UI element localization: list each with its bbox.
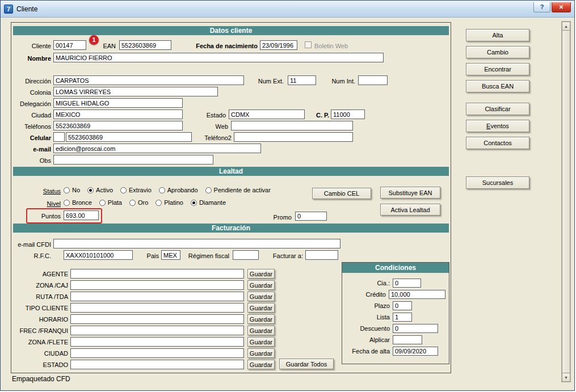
cond-label: Crédito [342, 291, 386, 298]
scrollbar-thumb[interactable] [562, 31, 570, 373]
condiciones-header: Condiciones [342, 263, 449, 273]
condiciones-rows: Cia.:CréditoPlazoListaDescuentoAlplicarF… [342, 273, 449, 357]
fact-row-label: FREC /FRANQUI [11, 327, 68, 334]
side-button-contactos[interactable]: Contactos [466, 137, 529, 149]
scroll-down-icon: ▼ [564, 376, 568, 380]
side-button-encontrar[interactable]: Encontrar [466, 63, 529, 75]
guardar-button[interactable]: Guardar [247, 360, 275, 369]
scroll-up-icon: ▲ [564, 24, 568, 28]
guardar-todos-button[interactable]: Guardar Todos [279, 359, 334, 369]
fact-row-label: ESTADO [11, 361, 68, 368]
fact-row-input[interactable] [70, 314, 244, 324]
cond-input[interactable] [393, 324, 438, 333]
side-buttons: AltaCambioEncontrarBusca EANClasificarEv… [466, 29, 529, 193]
help-icon: ? [540, 3, 544, 10]
fact-row-input[interactable] [70, 280, 244, 290]
cond-label: Plazo [342, 302, 390, 309]
fact-row-input[interactable] [70, 269, 244, 279]
cond-input[interactable] [393, 347, 438, 356]
guardar-button[interactable]: Guardar [247, 280, 275, 290]
cond-row-alplicar: Alplicar [342, 334, 445, 345]
cond-input[interactable] [393, 335, 422, 344]
cond-row-crédito: Crédito [342, 289, 445, 300]
side-button-eventos[interactable]: Eventos [466, 120, 529, 132]
fact-row-label: AGENTE [11, 271, 68, 277]
fact-row-input[interactable] [70, 303, 244, 313]
close-icon: ✕ [559, 4, 564, 10]
guardar-button[interactable]: Guardar [247, 292, 275, 301]
titlebar-buttons: ? ✕ [533, 2, 571, 12]
condiciones-box: Condiciones Cia.:CréditoPlazoListaDescue… [342, 262, 449, 364]
guardar-button[interactable]: Guardar [247, 348, 275, 358]
cond-input[interactable] [393, 279, 421, 288]
cond-row-fecha-de-alta: Fecha de alta [342, 345, 445, 357]
cliente-window: 7 Cliente ? ✕ Datos cliente Cliente 1 EA… [0, 0, 575, 391]
main-panel: Datos cliente Cliente 1 EAN Fecha de nac… [11, 22, 451, 373]
side-button-busca-ean[interactable]: Busca EAN [466, 80, 529, 92]
guardar-button[interactable]: Guardar [247, 314, 275, 324]
side-button-cambio[interactable]: Cambio [466, 46, 529, 58]
app-icon: 7 [4, 5, 13, 14]
side-button-alta[interactable]: Alta [466, 29, 529, 41]
guardar-button[interactable]: Guardar [247, 326, 275, 335]
fact-row-label: CIUDAD [11, 350, 68, 357]
cond-row-cia: Cia.: [342, 277, 445, 289]
window-title: Cliente [16, 5, 37, 13]
vertical-scrollbar[interactable]: ▲ ▼ [561, 21, 571, 382]
scroll-up-button[interactable]: ▲ [562, 22, 570, 31]
cond-label: Fecha de alta [342, 348, 390, 355]
fact-row-input[interactable] [70, 360, 244, 369]
fact-row-label: ZONA /CAJ [11, 282, 68, 289]
status-text: Empaquetado CFD [12, 375, 70, 383]
fact-row-label: HORARIO [11, 316, 68, 323]
cond-label: Lista [342, 314, 390, 321]
cond-input[interactable] [393, 301, 412, 310]
fact-row-input[interactable] [70, 337, 244, 347]
fact-row-label: RUTA /TDA [11, 293, 68, 300]
guardar-button[interactable]: Guardar [247, 269, 275, 279]
cond-label: Descuento [342, 325, 390, 332]
help-button[interactable]: ? [533, 2, 550, 12]
cond-row-lista: Lista [342, 311, 445, 323]
close-button[interactable]: ✕ [552, 2, 571, 12]
cond-input[interactable] [393, 313, 412, 322]
titlebar[interactable]: 7 Cliente ? ✕ [1, 1, 574, 18]
cond-input[interactable] [389, 290, 445, 299]
cond-label: Alplicar [342, 336, 390, 343]
fact-row-label: ZONA /FLETE [11, 339, 68, 345]
side-button-clasificar[interactable]: Clasificar [466, 103, 529, 115]
fact-row-input[interactable] [70, 348, 244, 358]
guardar-button[interactable]: Guardar [247, 303, 275, 313]
cond-row-descuento: Descuento [342, 323, 445, 334]
side-button-sucursales[interactable]: Sucursales [466, 176, 529, 189]
fact-row-label: TIPO CLIENTE [11, 305, 68, 311]
scroll-down-button[interactable]: ▼ [562, 373, 570, 382]
fact-row-input[interactable] [70, 292, 244, 301]
cond-label: Cia.: [342, 280, 390, 286]
cond-row-plazo: Plazo [342, 300, 445, 311]
fact-row-input[interactable] [70, 326, 244, 335]
guardar-button[interactable]: Guardar [247, 337, 275, 347]
